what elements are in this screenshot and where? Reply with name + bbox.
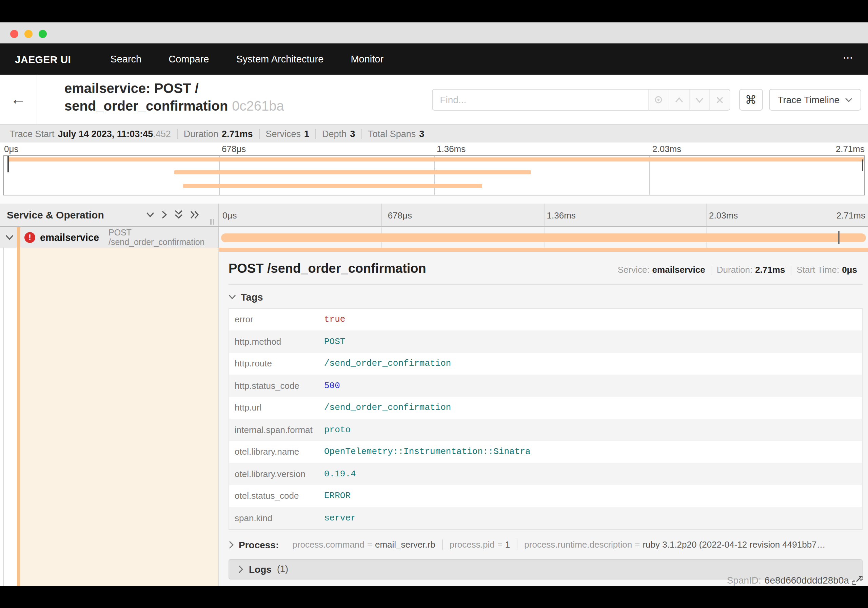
tag-row-otel.library.version[interactable]: otel.library.version0.19.4 (229, 463, 862, 485)
tag-row-http.method[interactable]: http.methodPOST (229, 330, 862, 353)
logs-section-label: Logs (249, 564, 271, 574)
arrow-left-icon: ← (11, 92, 26, 107)
error-icon: ! (25, 232, 35, 243)
collapse-span-chevron-down-icon[interactable] (5, 235, 14, 240)
minimap-ruler: 0μs 678μs 1.36ms 2.03ms 2.71ms (0, 143, 868, 155)
tag-row-span.kind[interactable]: span.kindserver (229, 507, 862, 529)
tag-row-otel.library.name[interactable]: otel.library.nameOpenTelemetry::Instrume… (229, 441, 862, 463)
next-result-chevron-down-icon[interactable] (689, 90, 709, 110)
tag-key: error (229, 314, 324, 325)
tags-section-toggle[interactable]: Tags (228, 291, 863, 302)
tag-key: otel.library.name (229, 447, 324, 457)
expand-one-chevron-right-icon[interactable] (161, 210, 167, 219)
tag-value: 0.19.4 (324, 469, 356, 479)
detail-left-column (0, 248, 219, 586)
tag-row-otel.status_code[interactable]: otel.status_codeERROR (229, 485, 862, 507)
tag-key: otel.library.version (229, 469, 324, 479)
jaeger-logo[interactable]: JAEGER UI (15, 53, 71, 65)
close-window-button[interactable] (10, 30, 18, 38)
span-row-emailservice[interactable]: ! emailservice POST /send_order_confirma… (0, 227, 868, 248)
timeline-header-icons (146, 210, 199, 219)
span-detail-row: POST /send_order_confirmation Service: e… (0, 248, 868, 608)
tag-row-error[interactable]: errortrue (229, 308, 862, 330)
service-name[interactable]: emailservice (40, 232, 99, 243)
detail-panel: POST /send_order_confirmation Service: e… (219, 248, 868, 608)
meta-service: Service: emailservice (612, 264, 711, 274)
trace-title-line1: emailservice: POST / (64, 81, 199, 96)
summary-duration: Duration 2.71ms (177, 129, 259, 139)
tag-key: span.kind (229, 513, 324, 523)
span-row-timeline[interactable] (219, 227, 868, 248)
tags-section-label: Tags (241, 291, 263, 302)
minimap-left-scrubber[interactable] (8, 156, 9, 173)
span-id-value: 6e8d660dddd28b0a (764, 575, 849, 586)
tag-row-http.url[interactable]: http.url/send_order_confirmation (229, 397, 862, 419)
operation-name: POST /send_order_confirmation (108, 228, 219, 247)
process-pid: process.pid = 1 (442, 540, 517, 550)
span-row-name-column: ! emailservice POST /send_order_confirma… (0, 227, 219, 248)
collapse-all-double-chevron-down-icon[interactable] (174, 210, 183, 219)
tag-value: true (324, 314, 345, 325)
minimap-gridline (649, 156, 649, 195)
keyboard-shortcuts-button[interactable]: ⌘ (739, 89, 763, 110)
clear-search-x-icon[interactable] (709, 90, 729, 110)
letterbox-bottom (0, 586, 868, 608)
nav-item-search[interactable]: Search (97, 54, 155, 64)
tick-label: 678μs (222, 144, 246, 154)
tick-label: 2.71ms (837, 210, 865, 221)
minimize-window-button[interactable] (25, 30, 33, 38)
tags-table: errortruehttp.methodPOSThttp.route/send_… (228, 308, 863, 530)
zoom-window-button[interactable] (39, 30, 47, 38)
minimap-gridline (219, 156, 220, 195)
process-runtime-description: process.runtime.description = ruby 3.1.2… (517, 540, 832, 550)
process-section-toggle[interactable]: Process: process.command = email_server.… (228, 539, 863, 550)
column-resize-grip[interactable] (210, 219, 214, 225)
spacer (0, 196, 868, 204)
span-id-label: SpanID: (727, 575, 761, 586)
tree-indent-guide (3, 248, 4, 586)
collapse-one-chevron-down-icon[interactable] (146, 210, 155, 219)
back-button[interactable]: ← (0, 75, 37, 124)
span-log-marker[interactable] (838, 231, 840, 244)
detail-operation-title: POST /send_order_confirmation (228, 261, 612, 276)
minimap-span-bar-root (8, 157, 864, 162)
nav-overflow-icon[interactable]: ⋯ (843, 51, 854, 64)
detail-left-background (17, 248, 219, 586)
trace-minimap[interactable] (3, 155, 865, 196)
span-duration-bar[interactable] (221, 233, 866, 242)
nav-item-monitor[interactable]: Monitor (337, 54, 397, 64)
minimap-right-scrubber[interactable] (862, 159, 863, 171)
tag-row-internal.span.format[interactable]: internal.span.formatproto (229, 419, 862, 441)
header-toolbar: ⌘ Trace Timeline (432, 89, 861, 110)
summary-depth: Depth 3 (315, 129, 361, 139)
find-input[interactable] (432, 90, 648, 110)
tag-row-http.status_code[interactable]: http.status_code500 (229, 375, 862, 397)
summary-total-spans: Total Spans 3 (361, 129, 430, 139)
tick-label: 0μs (222, 210, 237, 221)
tag-value: POST (324, 337, 345, 347)
ruler-gridline (544, 204, 544, 226)
tag-key: http.method (229, 337, 324, 347)
expand-all-double-chevron-right-icon[interactable] (190, 210, 199, 219)
nav-item-system-architecture[interactable]: System Architecture (223, 54, 337, 64)
process-section-label: Process: (239, 539, 279, 550)
macos-titlebar (0, 22, 868, 44)
divider (228, 284, 863, 285)
ruler-gridline (381, 204, 382, 226)
nav-item-compare[interactable]: Compare (155, 54, 222, 64)
trace-view-select[interactable]: Trace Timeline (769, 89, 861, 110)
detail-meta: Service: emailservice Duration: 2.71ms S… (612, 264, 863, 274)
tick-label: 0μs (4, 144, 18, 154)
tag-row-http.route[interactable]: http.route/send_order_confirmation (229, 353, 862, 375)
chevron-right-icon (228, 541, 234, 549)
focus-match-icon[interactable] (648, 90, 668, 110)
prev-result-chevron-up-icon[interactable] (668, 90, 689, 110)
copy-link-icon[interactable] (852, 575, 863, 585)
chevron-down-icon (228, 294, 236, 300)
tag-key: http.route (229, 359, 324, 369)
chevron-right-icon (238, 565, 243, 573)
chevron-down-icon (845, 97, 852, 102)
minimap-span-bar-child (174, 170, 531, 174)
timeline-ruler: 0μs 678μs 1.36ms 2.03ms 2.71ms (219, 204, 868, 226)
tag-key: internal.span.format (229, 425, 324, 435)
